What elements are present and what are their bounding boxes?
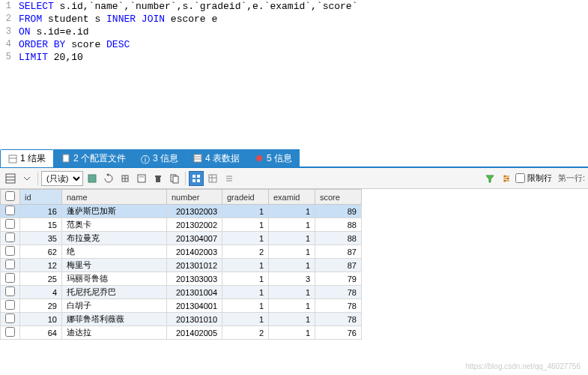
- cell-id[interactable]: 64: [20, 326, 62, 340]
- cell-name[interactable]: 托尼托尼乔巴: [62, 286, 167, 299]
- save-icon[interactable]: [85, 171, 100, 186]
- tab-4[interactable]: 5 信息: [247, 149, 300, 167]
- col-examid[interactable]: examid: [269, 190, 315, 205]
- col-name[interactable]: name: [62, 190, 167, 205]
- cell-id[interactable]: 25: [20, 272, 62, 286]
- table-row[interactable]: 4托尼托尼乔巴2013010041178: [1, 286, 362, 299]
- cell-name[interactable]: 梅里号: [62, 259, 167, 272]
- cell-number[interactable]: 201301010: [167, 313, 222, 326]
- cell-gradeid[interactable]: 2: [222, 245, 269, 259]
- refresh-icon[interactable]: [101, 171, 116, 186]
- cell-examid[interactable]: 1: [269, 286, 315, 299]
- cell-gradeid[interactable]: 1: [222, 272, 269, 286]
- result-grid-wrap[interactable]: idnamenumbergradeidexamidscore16蓬萨斯巴加斯20…: [0, 189, 588, 340]
- row-checkbox[interactable]: [5, 246, 15, 256]
- table-row[interactable]: 10娜菲鲁塔利薇薇2013010101178: [1, 313, 362, 326]
- cell-number[interactable]: 201402003: [167, 245, 222, 259]
- view-text-icon[interactable]: [222, 171, 237, 186]
- limit-checkbox[interactable]: [515, 173, 525, 183]
- table-row[interactable]: 35布拉曼克2013040071188: [1, 232, 362, 245]
- code-line[interactable]: SELECT s.id,`name`,`number`,s.`gradeid`,…: [19, 0, 357, 13]
- cell-gradeid[interactable]: 1: [222, 286, 269, 299]
- row-checkbox[interactable]: [5, 300, 15, 310]
- view-form-icon[interactable]: [205, 171, 220, 186]
- row-checkbox[interactable]: [5, 314, 15, 323]
- table-row[interactable]: 25玛丽哥鲁德2013030031379: [1, 272, 362, 286]
- cell-number[interactable]: 201303003: [167, 272, 222, 286]
- cell-gradeid[interactable]: 1: [222, 299, 269, 313]
- save-disk-icon[interactable]: [134, 171, 149, 186]
- row-checkbox[interactable]: [5, 273, 15, 283]
- cell-name[interactable]: 迪达拉: [62, 326, 167, 340]
- table-row[interactable]: 15范奥卡2013020021188: [1, 218, 362, 232]
- cell-number[interactable]: 201302003: [167, 205, 222, 218]
- cell-number[interactable]: 201301004: [167, 286, 222, 299]
- sql-editor[interactable]: 1SELECT s.id,`name`,`number`,s.`gradeid`…: [0, 0, 588, 150]
- export-icon[interactable]: [118, 171, 133, 186]
- copy-icon[interactable]: [167, 171, 182, 186]
- code-line[interactable]: ON s.id=e.id: [19, 26, 89, 38]
- view-grid-icon[interactable]: [189, 171, 204, 186]
- cell-id[interactable]: 29: [20, 299, 62, 313]
- cell-examid[interactable]: 1: [269, 218, 315, 232]
- col-gradeid[interactable]: gradeid: [222, 190, 269, 205]
- cell-score[interactable]: 78: [315, 286, 362, 299]
- cell-score[interactable]: 78: [315, 299, 362, 313]
- cell-id[interactable]: 15: [20, 218, 62, 232]
- cell-number[interactable]: 201304007: [167, 232, 222, 245]
- tab-2[interactable]: ⓘ3 信息: [133, 149, 186, 167]
- cell-id[interactable]: 10: [20, 313, 62, 326]
- dropdown-icon[interactable]: [19, 171, 34, 186]
- cell-gradeid[interactable]: 1: [222, 218, 269, 232]
- cell-score[interactable]: 79: [315, 272, 362, 286]
- cell-score[interactable]: 78: [315, 313, 362, 326]
- cell-examid[interactable]: 1: [269, 245, 315, 259]
- cell-id[interactable]: 12: [20, 259, 62, 272]
- cell-name[interactable]: 绝: [62, 245, 167, 259]
- cell-examid[interactable]: 1: [269, 326, 315, 340]
- cell-id[interactable]: 35: [20, 232, 62, 245]
- code-line[interactable]: FROM student s INNER JOIN escore e: [19, 13, 217, 26]
- cell-id[interactable]: 62: [20, 245, 62, 259]
- row-checkbox[interactable]: [5, 206, 15, 215]
- row-checkbox[interactable]: [5, 232, 15, 242]
- cell-gradeid[interactable]: 1: [222, 205, 269, 218]
- tab-3[interactable]: 4 表数据: [186, 149, 247, 167]
- cell-number[interactable]: 201402005: [167, 326, 222, 340]
- table-row[interactable]: 29白胡子2013040011178: [1, 299, 362, 313]
- cell-examid[interactable]: 1: [269, 232, 315, 245]
- cell-number[interactable]: 201301012: [167, 259, 222, 272]
- cell-score[interactable]: 89: [315, 205, 362, 218]
- tab-1[interactable]: 2 个配置文件: [54, 149, 133, 167]
- col-number[interactable]: number: [167, 190, 222, 205]
- table-row[interactable]: 62绝2014020032187: [1, 245, 362, 259]
- table-row[interactable]: 16蓬萨斯巴加斯2013020031189: [1, 205, 362, 218]
- cell-score[interactable]: 88: [315, 232, 362, 245]
- cell-examid[interactable]: 1: [269, 313, 315, 326]
- cell-gradeid[interactable]: 1: [222, 259, 269, 272]
- cell-examid[interactable]: 3: [269, 272, 315, 286]
- filter-icon[interactable]: [482, 171, 497, 186]
- code-line[interactable]: LIMIT 20,10: [19, 51, 83, 64]
- grid-view-icon[interactable]: [3, 171, 18, 186]
- cell-id[interactable]: 16: [20, 205, 62, 218]
- col-id[interactable]: id: [20, 190, 62, 205]
- cell-name[interactable]: 布拉曼克: [62, 232, 167, 245]
- limit-rows-check[interactable]: 限制行: [515, 172, 552, 184]
- cell-examid[interactable]: 1: [269, 205, 315, 218]
- readonly-select[interactable]: (只读): [41, 171, 83, 186]
- row-checkbox[interactable]: [5, 219, 15, 229]
- settings-icon[interactable]: [499, 171, 514, 186]
- cell-name[interactable]: 白胡子: [62, 299, 167, 313]
- cell-score[interactable]: 87: [315, 245, 362, 259]
- row-checkbox[interactable]: [5, 286, 15, 296]
- code-line[interactable]: ORDER BY score DESC: [19, 38, 130, 51]
- cell-name[interactable]: 蓬萨斯巴加斯: [62, 205, 167, 218]
- delete-icon[interactable]: [151, 171, 166, 186]
- cell-number[interactable]: 201302002: [167, 218, 222, 232]
- cell-score[interactable]: 88: [315, 218, 362, 232]
- col-checkbox[interactable]: [1, 190, 20, 205]
- cell-gradeid[interactable]: 1: [222, 232, 269, 245]
- cell-number[interactable]: 201304001: [167, 299, 222, 313]
- col-score[interactable]: score: [315, 190, 362, 205]
